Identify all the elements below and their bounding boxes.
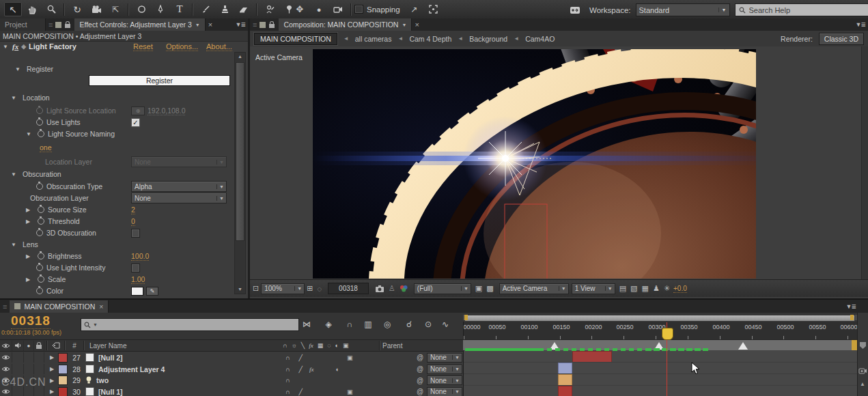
expand-triangle-icon[interactable]: ▶	[50, 354, 58, 360]
solo-toggle[interactable]	[24, 352, 34, 363]
scroll-up-icon[interactable]: ▲	[235, 53, 245, 61]
hand-tool-icon[interactable]	[23, 2, 41, 16]
use-light-intensity-checkbox[interactable]	[131, 264, 140, 272]
lock-toggle[interactable]	[34, 364, 44, 374]
lock-column-icon[interactable]	[34, 341, 44, 351]
snapshot-camera-icon[interactable]	[375, 285, 384, 292]
expand-triangle-icon[interactable]: ▶	[26, 253, 34, 259]
panel-menu-icon[interactable]: ▼≣	[856, 21, 865, 28]
exposure-value[interactable]: +0.0	[673, 285, 687, 293]
stopwatch-icon[interactable]	[36, 183, 43, 190]
close-icon[interactable]: ×	[208, 20, 212, 29]
search-help-box[interactable]: Search Help	[735, 3, 868, 16]
stopwatch-icon[interactable]	[36, 107, 43, 114]
brush-tool-icon[interactable]	[197, 2, 214, 16]
pen-tool-icon[interactable]	[152, 2, 169, 16]
pixel-aspect-icon[interactable]: ♟	[653, 284, 660, 293]
shy-toggle-icon[interactable]: ∩	[285, 354, 290, 361]
scrollbar-thumb[interactable]	[236, 62, 244, 241]
parent-column-header[interactable]: Parent	[382, 342, 402, 350]
scroll-down-icon[interactable]: ▼	[235, 285, 245, 294]
shape-tool-icon[interactable]	[132, 2, 150, 16]
breadcrumb-cam-4-depth[interactable]: Cam 4 Depth	[409, 35, 451, 43]
obscuration-type-dropdown[interactable]: Alpha ▼	[131, 181, 227, 192]
collapse-triangle-icon[interactable]: ▼	[15, 66, 23, 72]
motion-blur-icon[interactable]: ◎	[380, 318, 395, 330]
layer-row-27[interactable]: ▶ 27 [Null 2] ∩ ╱ ▣ @ None ▼	[0, 352, 463, 364]
light-name-value[interactable]: one	[40, 143, 52, 152]
roto-brush-tool-icon[interactable]	[261, 2, 279, 16]
source-size-value[interactable]: 2	[131, 206, 135, 214]
timeline-icon[interactable]: ▤	[619, 284, 626, 293]
expand-triangle-icon[interactable]: ▶	[26, 277, 34, 283]
close-icon[interactable]: ×	[99, 302, 103, 311]
cube-3d-toggle-icon[interactable]: ▣	[347, 388, 353, 395]
renderer-button[interactable]: Classic 3D	[819, 33, 864, 45]
effect-panel-scrollbar[interactable]: ▲ ▼	[234, 52, 246, 294]
exposure-adjust-icon[interactable]: ✳	[664, 284, 670, 293]
tab-effect-controls[interactable]: Effect Controls: Adjustment Layer 3 ▼	[74, 18, 205, 31]
layer-bar-two[interactable]	[558, 374, 572, 386]
eye-icon[interactable]	[0, 364, 12, 374]
unified-camera-tool-icon[interactable]	[87, 2, 105, 16]
obscuration-3d-checkbox[interactable]	[131, 229, 140, 238]
exposure-reset-icon[interactable]: ▦	[641, 284, 648, 293]
parent-pickwhip-icon[interactable]: @	[417, 354, 423, 361]
comp-marker-icon[interactable]	[738, 342, 748, 350]
stopwatch-icon[interactable]	[36, 287, 43, 294]
location-value[interactable]: 192.0,108.0	[148, 107, 185, 115]
shy-switch-icon[interactable]: ∩	[283, 342, 287, 349]
type-tool-icon[interactable]: T	[171, 2, 188, 16]
workspace-icon[interactable]	[566, 3, 584, 17]
layer-name-column-header[interactable]: Layer Name	[89, 342, 126, 350]
tab-timeline-main-composition[interactable]: MAIN COMPOSITION ×	[10, 300, 109, 313]
rotation-tool-icon[interactable]: ↻	[68, 2, 86, 16]
collapse-triangle-icon[interactable]: ▼	[26, 131, 34, 137]
collapse-triangle-icon[interactable]: ▼	[11, 242, 19, 248]
solo-column-icon[interactable]: ●	[24, 341, 34, 351]
view-layout-dropdown[interactable]: 1 View ▼	[572, 283, 615, 294]
selection-tool-icon[interactable]: ↖	[4, 2, 22, 16]
lock-toggle[interactable]	[34, 352, 44, 363]
expand-triangle-icon[interactable]: ▶	[26, 207, 34, 213]
cube-3d-toggle-icon[interactable]: ▣	[347, 354, 353, 361]
quality-toggle-icon[interactable]: ╱	[298, 366, 302, 373]
stopwatch-icon[interactable]	[38, 276, 44, 283]
stopwatch-icon[interactable]	[38, 206, 44, 213]
quality-toggle-icon[interactable]: ╱	[298, 354, 302, 361]
stopwatch-icon[interactable]	[38, 130, 44, 137]
camera-view-dropdown[interactable]: Active Camera ▼	[499, 283, 569, 294]
solo-toggle[interactable]	[24, 364, 34, 374]
audio-column-icon[interactable]	[12, 341, 24, 351]
obscuration-layer-dropdown[interactable]: None ▼	[131, 193, 227, 203]
time-ruler[interactable]: 00000 00050 00100 00150 00200 00250 0030…	[463, 322, 858, 339]
camera-rail-icon[interactable]	[858, 367, 867, 374]
layer-bar-null2[interactable]	[572, 351, 612, 363]
eye-icon[interactable]	[0, 352, 12, 363]
label-color-chip[interactable]	[58, 365, 68, 374]
stopwatch-icon[interactable]	[36, 229, 43, 236]
parent-pickwhip-icon[interactable]: @	[417, 377, 423, 384]
scale-value[interactable]: 1.00	[131, 275, 145, 284]
resolution-dropdown[interactable]: (Full) ▼	[414, 283, 471, 294]
local-axis-icon[interactable]: ●	[310, 2, 328, 16]
marker-bin-icon[interactable]	[859, 341, 867, 350]
eyedropper-icon[interactable]: ✎	[146, 287, 158, 296]
stopwatch-icon[interactable]	[38, 253, 44, 259]
collapse-switch-icon[interactable]: ☼	[291, 342, 296, 349]
panel-menu-icon[interactable]: ▼≣	[236, 21, 245, 28]
collapse-triangle-icon[interactable]: ▼	[11, 95, 19, 101]
current-frame-display[interactable]: 00318	[11, 313, 51, 329]
breadcrumb-all-cameras[interactable]: all cameras	[355, 35, 392, 43]
scroll-up-icon[interactable]: ▲	[860, 381, 865, 387]
transparency-grid-icon[interactable]: ▩	[486, 284, 493, 293]
tab-project[interactable]: Project	[0, 18, 46, 31]
workspace-dropdown[interactable]: Standard ▼	[636, 3, 730, 16]
quality-switch-icon[interactable]: ╲	[301, 342, 305, 349]
timeline-track-area[interactable]	[463, 350, 858, 396]
frame-blend-switch-icon[interactable]: ▦	[318, 342, 324, 349]
magnification-dropdown[interactable]: 100% ▼	[261, 283, 305, 294]
show-snapshot-icon[interactable]: ♙	[389, 284, 395, 293]
threshold-value[interactable]: 0	[131, 217, 135, 226]
chevron-down-icon[interactable]: ▼	[195, 23, 200, 27]
